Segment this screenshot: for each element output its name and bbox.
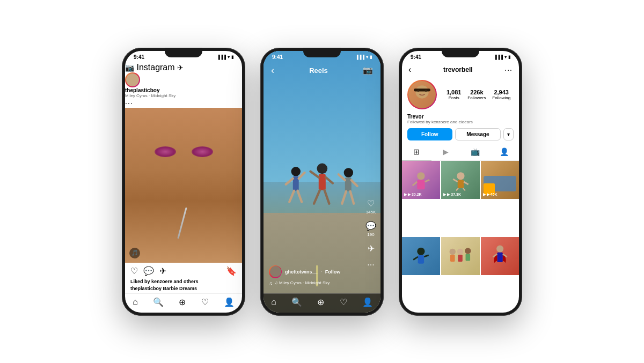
notch-3 [442, 48, 479, 57]
profile-back-icon[interactable]: ‹ [408, 65, 411, 75]
grid-item-1[interactable]: ▶ ▶ 30.2K [402, 161, 440, 199]
follow-button[interactable]: Follow [407, 128, 452, 140]
profile-buttons: Follow Message ▾ [402, 126, 519, 144]
reel-share-icon[interactable]: ✈ [368, 243, 375, 254]
svg-rect-41 [458, 255, 463, 262]
tab-reels[interactable]: ▶ [431, 144, 461, 160]
svg-rect-33 [418, 255, 424, 264]
post-username[interactable]: theplasticboy [125, 87, 242, 93]
face-bg [125, 108, 242, 263]
nav-heart-2[interactable]: ♡ [340, 297, 347, 307]
app-logo: Instagram [136, 63, 174, 72]
grid-count-2: ▶ ▶ 37.3K [443, 192, 461, 197]
phones-container: 9:41 ▐▐▐ ▾ ▮ 📷 Instagram ✈ theplast [111, 37, 533, 327]
svg-line-10 [314, 190, 320, 203]
posts-label: Posts [447, 95, 462, 100]
svg-rect-43 [497, 253, 502, 262]
tab-tagged[interactable]: 👤 [490, 144, 519, 160]
nav-search-2[interactable]: 🔍 [291, 297, 302, 307]
bottom-nav-1: ⌂ 🔍 ⊕ ♡ 👤 [125, 293, 242, 313]
svg-line-9 [326, 177, 333, 183]
followers-label: Followers [467, 95, 486, 100]
svg-line-14 [339, 174, 345, 180]
svg-line-4 [289, 190, 294, 202]
camera-icon-2[interactable]: 📷 [363, 65, 373, 75]
profile-grid: ▶ ▶ 30.2K [402, 161, 519, 313]
play-icon-3: ▶ [483, 192, 486, 197]
message-button[interactable]: Message [455, 128, 501, 140]
grid-item-2[interactable]: ▶ ▶ 37.3K [441, 161, 479, 199]
post-actions: ♡ 💬 ✈ 🔖 [125, 263, 242, 278]
nav-add-1[interactable]: ⊕ [179, 297, 186, 307]
grid-count-text-1: ▶ 30.2K [408, 192, 422, 197]
posts-count: 1,081 [447, 89, 462, 95]
send-icon[interactable]: ✈ [177, 63, 184, 72]
reel-music-row: ♫ ♫ Miley Cyrus · Midnight Sky [269, 280, 375, 286]
reel-user-row: ghettotwins__ · Follow [269, 265, 375, 278]
reel-comment-icon[interactable]: 💬 [365, 221, 376, 231]
svg-point-26 [457, 172, 464, 180]
wifi-icon-3: ▾ [504, 55, 507, 60]
reel-avatar[interactable] [269, 265, 282, 278]
post-options-button[interactable]: ··· [125, 99, 133, 107]
reel-like-icon[interactable]: ♡ [367, 198, 375, 209]
svg-line-24 [413, 182, 418, 186]
svg-point-18 [415, 85, 428, 98]
back-icon[interactable]: ‹ [271, 65, 274, 76]
like-icon[interactable]: ♡ [130, 266, 138, 276]
nav-search-1[interactable]: 🔍 [153, 297, 164, 307]
nav-profile-2[interactable]: 👤 [362, 297, 373, 307]
nav-add-2[interactable]: ⊕ [317, 297, 324, 307]
signal-icon-2: ▐▐▐ [355, 55, 364, 60]
tab-tv[interactable]: 📺 [460, 144, 490, 160]
grid-item-3[interactable]: ▶ ▶ 45K [481, 161, 519, 199]
status-time-3: 9:41 [411, 54, 421, 60]
status-icons-2: ▐▐▐ ▾ ▮ [355, 55, 372, 60]
reel-share-group: ✈ [368, 243, 375, 254]
svg-rect-7 [318, 174, 325, 190]
nav-home-1[interactable]: ⌂ [133, 297, 138, 307]
tab-grid[interactable]: ⊞ [402, 144, 431, 160]
svg-point-40 [457, 248, 463, 254]
battery-icon: ▮ [231, 55, 233, 60]
followers-count: 226k [467, 89, 486, 95]
battery-icon-2: ▮ [370, 55, 372, 60]
profile-avatar-large[interactable] [407, 80, 437, 109]
svg-rect-13 [345, 177, 351, 191]
caption-username: theplasticboy [130, 286, 162, 291]
comment-icon[interactable]: 💬 [143, 266, 154, 276]
nav-heart-1[interactable]: ♡ [201, 297, 209, 307]
stat-following: 2,943 Following [492, 89, 510, 100]
reel-username[interactable]: ghettotwins__ [285, 269, 318, 275]
share-icon[interactable]: ✈ [159, 266, 166, 276]
bookmark-icon[interactable]: 🔖 [226, 266, 237, 276]
nav-home-2[interactable]: ⌂ [271, 297, 276, 307]
status-icons-1: ▐▐▐ ▾ ▮ [217, 55, 233, 60]
avatar-svg [408, 81, 436, 108]
camera-icon[interactable]: 📷 [125, 63, 134, 72]
svg-line-31 [463, 188, 465, 190]
grid-item-5[interactable] [441, 237, 479, 275]
svg-point-42 [496, 246, 503, 253]
post-likes: Liked by kenzoere and others [125, 278, 242, 285]
dropdown-button[interactable]: ▾ [503, 128, 514, 140]
grid-item-6[interactable] [481, 237, 519, 275]
dancing-figures-svg [281, 116, 363, 273]
svg-rect-23 [418, 180, 425, 189]
reel-follow-button[interactable]: Follow [325, 269, 341, 275]
grid-item-4[interactable] [402, 237, 440, 275]
post-avatar[interactable] [125, 72, 140, 87]
svg-line-5 [297, 190, 302, 202]
svg-rect-37 [450, 255, 455, 262]
phone2-screen: 9:41 ▐▐▐ ▾ ▮ ‹ Reels 📷 ♡ 145K [264, 51, 380, 313]
wifi-icon: ▾ [228, 55, 230, 60]
svg-line-15 [351, 180, 357, 186]
nav-profile-1[interactable]: 👤 [224, 297, 235, 307]
profile-options-button[interactable]: ··· [504, 65, 513, 74]
instagram-header: 📷 Instagram ✈ [125, 63, 242, 72]
following-count: 2,943 [492, 89, 510, 95]
reel-music-text: ♫ Miley Cyrus · Midnight Sky [275, 280, 330, 285]
signal-icon: ▐▐▐ [217, 55, 226, 60]
post-caption: theplasticboy Barbie Dreams [125, 285, 242, 293]
svg-line-11 [324, 190, 329, 203]
